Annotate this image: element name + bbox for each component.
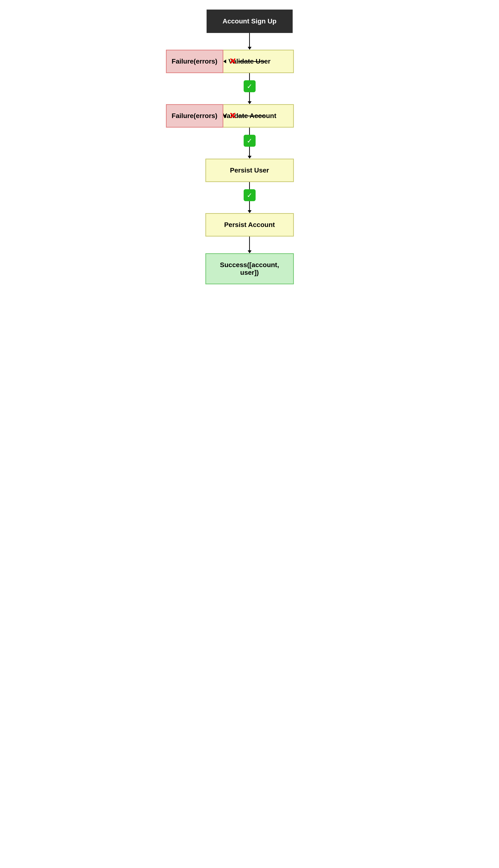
connector-persist-account-to-success (249, 237, 250, 251)
line-below-check-3 (249, 201, 250, 211)
persist-account-row: Persist Account (166, 213, 333, 237)
validate-user-row: Failure(errors) ✕ Validate User (166, 50, 333, 73)
failure-2-node: Failure(errors) (166, 104, 223, 128)
check-2-connector: ✓ (244, 128, 256, 159)
failure-1-branch: Failure(errors) ✕ (166, 50, 265, 73)
success-label: Success([account, user]) (216, 261, 283, 276)
failure-2-branch: Failure(errors) ✕ (166, 104, 265, 128)
h-line-2 (238, 116, 265, 116)
check-badge-1: ✓ (244, 80, 256, 92)
x-icon-1: ✕ (229, 56, 236, 66)
line-below-check-2 (249, 147, 250, 156)
persist-user-row: Persist User (166, 159, 333, 182)
failure-1-node: Failure(errors) (166, 50, 223, 73)
x-icon-2: ✕ (229, 111, 236, 121)
persist-user-node: Persist User (205, 159, 294, 182)
line-above-check-1 (249, 73, 250, 80)
start-node: Account Sign Up (207, 10, 293, 33)
start-label: Account Sign Up (223, 17, 277, 25)
check-1-connector: ✓ (244, 73, 256, 104)
failure-2-label: Failure(errors) (172, 112, 217, 120)
persist-account-node: Persist Account (205, 213, 294, 237)
line-above-check-2 (249, 128, 250, 135)
failure-1-label: Failure(errors) (172, 58, 217, 65)
arrow-left-2 (223, 114, 226, 118)
persist-user-label: Persist User (230, 166, 269, 174)
validate-account-row: Failure(errors) ✕ Validate Account (166, 104, 333, 128)
line-above-check-3 (249, 182, 250, 189)
check-badge-2: ✓ (244, 135, 256, 147)
line-below-check-1 (249, 92, 250, 102)
success-row: Success([account, user]) (166, 253, 333, 284)
flowchart: Account Sign Up Failure(errors) ✕ Valida… (166, 10, 333, 284)
check-3-connector: ✓ (244, 182, 256, 213)
connector-start-to-validate-user (249, 33, 250, 47)
h-line-1 (238, 61, 265, 62)
persist-account-label: Persist Account (224, 221, 275, 229)
check-badge-3: ✓ (244, 189, 256, 201)
success-node: Success([account, user]) (205, 253, 294, 284)
arrow-left-1 (223, 60, 226, 63)
